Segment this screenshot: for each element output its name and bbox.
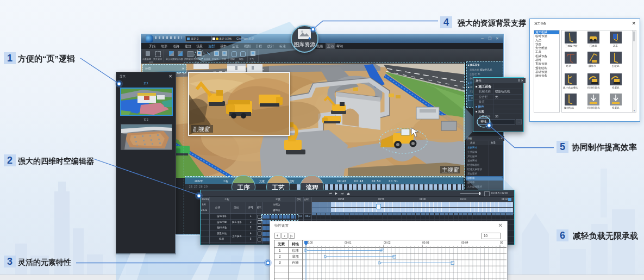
svg-text:缩放: 缩放 bbox=[292, 254, 299, 259]
svg-text:位移: 位移 bbox=[292, 248, 299, 253]
svg-text:1: 1 bbox=[279, 248, 281, 252]
svg-text:打桩机: 打桩机 bbox=[612, 65, 620, 68]
svg-text:挖掘机: 挖掘机 bbox=[611, 106, 620, 109]
svg-text:主视窗: 主视窗 bbox=[442, 166, 459, 173]
svg-text:副视窗: 副视窗 bbox=[193, 126, 210, 132]
svg-text:叉车: 叉车 bbox=[613, 45, 618, 47]
svg-text:3: 3 bbox=[279, 260, 281, 264]
svg-text:挖掘机: 挖掘机 bbox=[611, 86, 620, 89]
svg-text:2: 2 bbox=[279, 254, 281, 258]
svg-text:抓斗式成槽机: 抓斗式成槽机 bbox=[562, 86, 578, 89]
svg-text:履带吊: 履带吊 bbox=[589, 65, 596, 67]
svg-text:自转: 自转 bbox=[292, 260, 299, 265]
svg-text:挖斗挖掘机: 挖斗挖掘机 bbox=[587, 86, 600, 89]
svg-text:旋转钻机: 旋转钻机 bbox=[564, 106, 574, 109]
svg-text:压路机: 压路机 bbox=[590, 44, 597, 47]
svg-text:挖斗挖掘机: 挖斗挖掘机 bbox=[587, 106, 600, 109]
svg-text:三轴搅拌桩: 三轴搅拌桩 bbox=[565, 45, 578, 47]
svg-text:塔吊: 塔吊 bbox=[566, 65, 571, 67]
